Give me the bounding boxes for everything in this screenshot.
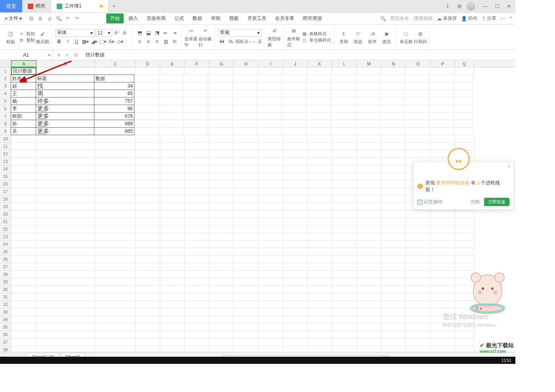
cell[interactable] xyxy=(454,75,473,82)
col-header[interactable]: K xyxy=(308,60,332,67)
cell[interactable] xyxy=(283,233,308,241)
cell[interactable] xyxy=(357,323,381,331)
cell[interactable] xyxy=(381,263,406,271)
cell[interactable] xyxy=(429,75,454,82)
cell[interactable] xyxy=(282,113,306,120)
cell[interactable] xyxy=(283,293,308,301)
cell[interactable] xyxy=(455,338,474,346)
cell[interactable] xyxy=(306,75,331,82)
cond-format[interactable]: ▤条件格式 xyxy=(287,27,300,48)
cell[interactable] xyxy=(185,293,209,301)
cell[interactable] xyxy=(308,180,332,188)
cell[interactable] xyxy=(308,256,332,263)
table-style[interactable]: ▦表格样式 xyxy=(301,31,331,37)
undo-icon[interactable]: ↶ xyxy=(64,15,72,23)
cell[interactable] xyxy=(233,82,257,90)
cell[interactable] xyxy=(283,226,308,233)
cell[interactable] xyxy=(209,210,234,218)
cell[interactable] xyxy=(357,316,381,323)
cell[interactable] xyxy=(257,82,282,90)
cell[interactable] xyxy=(234,241,258,248)
cell[interactable] xyxy=(357,286,381,293)
cell[interactable] xyxy=(160,263,185,271)
filter-button[interactable]: ▽筛选 xyxy=(351,29,365,45)
cell[interactable] xyxy=(257,75,282,82)
cell[interactable] xyxy=(208,128,233,135)
tab-start[interactable]: 开始 xyxy=(106,13,124,23)
close-icon[interactable]: ✕ xyxy=(507,164,511,169)
cell[interactable] xyxy=(357,158,381,165)
cell[interactable] xyxy=(136,210,160,218)
ignore-button[interactable]: 忽略 xyxy=(471,199,480,205)
cell[interactable] xyxy=(283,218,308,226)
cell[interactable] xyxy=(95,271,136,278)
cell[interactable] xyxy=(36,195,95,203)
cell[interactable] xyxy=(11,165,36,173)
cell[interactable] xyxy=(332,331,357,338)
col-header[interactable]: B xyxy=(36,60,95,67)
cell[interactable] xyxy=(209,135,234,143)
cell[interactable] xyxy=(381,150,406,158)
cell[interactable] xyxy=(36,316,95,323)
cell[interactable] xyxy=(11,263,36,271)
cell[interactable] xyxy=(11,143,36,150)
select-all[interactable] xyxy=(0,60,11,67)
cell[interactable] xyxy=(331,120,356,128)
cell[interactable] xyxy=(95,233,136,241)
col-header[interactable]: E xyxy=(160,60,185,67)
cell[interactable] xyxy=(234,278,258,286)
cell[interactable] xyxy=(159,120,184,128)
cell[interactable] xyxy=(380,128,405,135)
cell[interactable] xyxy=(356,128,380,135)
cell[interactable] xyxy=(209,173,234,180)
cell[interactable] xyxy=(308,135,332,143)
row-header[interactable]: 31 xyxy=(0,293,11,301)
cell[interactable] xyxy=(306,98,331,105)
cell[interactable] xyxy=(95,203,136,210)
cell[interactable] xyxy=(95,143,136,150)
cell[interactable] xyxy=(209,271,234,278)
col-header[interactable]: M xyxy=(357,60,381,67)
cell[interactable]: 865 xyxy=(94,127,134,135)
cell[interactable] xyxy=(134,105,159,113)
cell[interactable] xyxy=(431,301,455,308)
tab-vip[interactable]: 会员专享 xyxy=(271,13,298,23)
cell[interactable] xyxy=(234,346,258,352)
cell[interactable] xyxy=(283,188,308,195)
cell[interactable] xyxy=(136,256,160,263)
cell[interactable] xyxy=(332,241,357,248)
cell[interactable] xyxy=(136,323,160,331)
cell[interactable] xyxy=(431,338,455,346)
cell[interactable] xyxy=(160,135,185,143)
tab-insert[interactable]: 插入 xyxy=(124,13,142,23)
cell[interactable] xyxy=(331,113,356,120)
cell[interactable] xyxy=(160,308,185,316)
cell[interactable] xyxy=(209,180,234,188)
cell[interactable] xyxy=(134,120,159,128)
cell[interactable] xyxy=(381,308,406,316)
cell[interactable] xyxy=(380,120,405,128)
cell[interactable] xyxy=(406,256,431,263)
cell[interactable] xyxy=(455,226,474,233)
cell[interactable] xyxy=(283,203,308,210)
cell[interactable] xyxy=(381,218,406,226)
cell[interactable] xyxy=(209,67,234,75)
cell-button[interactable]: ▢单元格 xyxy=(399,29,413,45)
align-mid-icon[interactable]: ⬓ xyxy=(144,29,152,37)
cell[interactable] xyxy=(455,135,474,143)
cell[interactable] xyxy=(431,135,455,143)
cell[interactable] xyxy=(283,143,308,150)
row-header[interactable]: 4 xyxy=(0,90,11,98)
row-header[interactable]: 14 xyxy=(0,165,11,173)
cell[interactable] xyxy=(357,233,381,241)
tab-docer[interactable]: 稻壳资源 xyxy=(299,13,326,23)
cell[interactable] xyxy=(209,248,234,256)
font-select[interactable]: 宋体▾ xyxy=(55,29,95,37)
cell[interactable] xyxy=(36,226,95,233)
cell[interactable] xyxy=(234,271,258,278)
percent-icon[interactable]: % xyxy=(227,38,235,46)
cell[interactable] xyxy=(258,210,283,218)
cell[interactable]: 更多 xyxy=(36,105,94,113)
cell[interactable] xyxy=(184,90,208,98)
cell[interactable] xyxy=(332,301,357,308)
